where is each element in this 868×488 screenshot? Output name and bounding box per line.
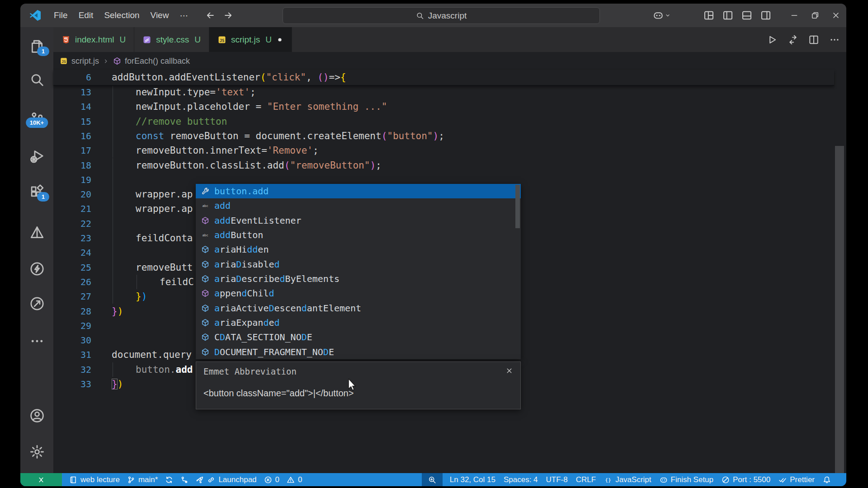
sidebar-item-extensions[interactable]: 1 [20, 178, 53, 206]
suggestion-item[interactable]: ariaHidden [196, 242, 521, 257]
menu-view[interactable]: View [145, 9, 175, 22]
line-number[interactable]: 21 [53, 202, 91, 216]
popup-scrollbar[interactable] [515, 185, 520, 228]
status-remote-indicator[interactable] [20, 473, 62, 486]
line-number[interactable]: 14 [53, 99, 91, 114]
tab-style.css[interactable]: style.cssU [134, 27, 209, 52]
line-number[interactable]: 31 [53, 347, 91, 362]
arrow-right-icon[interactable] [223, 10, 233, 20]
status-cursor-position[interactable]: Ln 32, Col 15 [446, 473, 499, 486]
sidebar-item-source-control[interactable]: 10K+ [20, 104, 53, 133]
breadcrumb[interactable]: JSscript.jsforEach() callback [53, 52, 190, 70]
suggestion-item[interactable]: ariaDescribedByElements [196, 272, 521, 286]
code-line[interactable]: 18removeButton.classList.add("removeButt… [53, 158, 825, 173]
sidebar-item-additional-views[interactable] [20, 327, 53, 356]
code-line[interactable]: 14newInput.placeholder = "Enter somethin… [53, 99, 825, 114]
code-line[interactable]: 6addButton.addEventListener("click", ()=… [53, 70, 834, 84]
line-number[interactable]: 28 [53, 304, 91, 319]
minimize-button[interactable] [784, 4, 805, 27]
run-button[interactable] [767, 34, 778, 45]
status-workspace[interactable]: web lecture [66, 473, 123, 486]
status-zoom-indicator[interactable] [422, 473, 443, 486]
sidebar-item-run-and-debug[interactable] [20, 142, 53, 171]
suggestion-item[interactable]: DOCUMENT_FRAGMENT_NODE [196, 345, 521, 359]
status-live-server-port[interactable]: Port : 5500 [718, 473, 774, 486]
search-input[interactable]: Javascript [283, 7, 600, 24]
menu-selection[interactable]: Selection [99, 9, 145, 22]
status-copilot-status[interactable]: Finish Setup [656, 473, 717, 486]
suggestion-item[interactable]: ariaExpanded [196, 315, 521, 330]
restore-button[interactable] [805, 4, 826, 27]
copilot-menu[interactable] [653, 10, 671, 21]
status-indentation[interactable]: Spaces: 4 [500, 473, 542, 486]
sidebar-item-thunder-client[interactable] [20, 254, 53, 283]
suggestion-item[interactable]: addEventListener [196, 213, 521, 228]
layout-grid-icon[interactable] [703, 10, 714, 21]
tab-script.js[interactable]: JSscript.jsU [209, 27, 292, 52]
menu-file[interactable]: File [48, 9, 73, 22]
code-line[interactable]: 17removeButton.innerText='Remove'; [53, 143, 825, 158]
emmet-close-button[interactable] [505, 366, 513, 376]
suggestion-item[interactable]: abcaddButton [196, 228, 521, 242]
breadcrumb-symbol[interactable]: forEach() callback [125, 56, 190, 66]
arrow-left-icon[interactable] [205, 10, 215, 20]
status-launchpad[interactable]: Launchpad [192, 473, 260, 486]
sidebar-item-accounts[interactable] [20, 401, 53, 430]
line-number[interactable]: 15 [53, 114, 91, 129]
more-actions-button[interactable] [829, 34, 840, 45]
suggestion-item[interactable]: CDATA_SECTION_NODE [196, 330, 521, 344]
suggestion-item[interactable]: appendChild [196, 286, 521, 300]
tab-index.html[interactable]: index.htmlU [53, 27, 134, 52]
open-changes-button[interactable] [788, 34, 798, 45]
close-button[interactable] [826, 4, 846, 27]
line-number[interactable]: 26 [53, 275, 91, 289]
line-number[interactable]: 18 [53, 158, 91, 173]
panel-right-icon[interactable] [760, 10, 771, 21]
line-number[interactable]: 25 [53, 260, 91, 275]
suggestion-item[interactable]: button.add [196, 184, 521, 198]
sidebar-item-live-share[interactable] [20, 289, 53, 318]
sidebar-item-extension-prism[interactable] [20, 218, 53, 247]
line-number[interactable]: 17 [53, 143, 91, 158]
line-number[interactable]: 27 [53, 289, 91, 304]
line-number[interactable]: 19 [53, 173, 91, 187]
status-notifications[interactable] [819, 473, 835, 486]
sidebar-item-explorer[interactable]: 1 [20, 32, 53, 61]
menu-edit[interactable]: Edit [73, 9, 99, 22]
line-number[interactable]: 23 [53, 231, 91, 245]
scrollbar-thumb[interactable] [835, 146, 844, 473]
modified-dot-icon[interactable] [276, 36, 283, 43]
status-encoding[interactable]: UTF-8 [542, 473, 571, 486]
status-git-graph[interactable] [177, 473, 192, 486]
split-editor-button[interactable] [808, 34, 819, 45]
status-problems-errors[interactable]: 0 [260, 473, 283, 486]
sticky-scroll-line[interactable]: 6addButton.addEventListener("click", ()=… [53, 70, 834, 86]
suggestion-item[interactable]: abcadd [196, 198, 521, 213]
line-number[interactable]: 20 [53, 187, 91, 202]
menu-more[interactable]: ⋯ [174, 9, 193, 23]
sidebar-item-settings[interactable] [20, 437, 53, 466]
status-language-mode[interactable]: {}JavaScript [600, 473, 655, 486]
panel-bottom-icon[interactable] [741, 10, 752, 21]
line-number[interactable]: 32 [53, 362, 91, 377]
line-number[interactable]: 6 [53, 70, 91, 84]
status-git-branch[interactable]: main* [123, 473, 161, 486]
status-git-sync[interactable] [161, 473, 177, 486]
line-number[interactable]: 22 [53, 216, 91, 231]
code-line[interactable]: 15//remove buttton [53, 114, 825, 129]
line-number[interactable]: 16 [53, 129, 91, 143]
status-problems-warnings[interactable]: 0 [283, 473, 306, 486]
line-number[interactable]: 24 [53, 245, 91, 260]
status-eol[interactable]: CRLF [572, 473, 599, 486]
suggestion-item[interactable]: ariaActiveDescendantElement [196, 301, 521, 315]
line-number[interactable]: 13 [53, 85, 91, 99]
code-line[interactable]: 16const removeButton = document.createEl… [53, 129, 825, 143]
editor-scrollbar[interactable] [834, 70, 845, 473]
panel-left-icon[interactable] [722, 10, 733, 21]
suggestion-item[interactable]: ariaDisabled [196, 257, 521, 272]
line-number[interactable]: 29 [53, 319, 91, 333]
line-number[interactable]: 33 [53, 377, 91, 391]
status-prettier[interactable]: Prettier [775, 473, 818, 486]
line-number[interactable]: 30 [53, 333, 91, 347]
code-line[interactable]: 13newInput.type='text'; [53, 85, 825, 99]
